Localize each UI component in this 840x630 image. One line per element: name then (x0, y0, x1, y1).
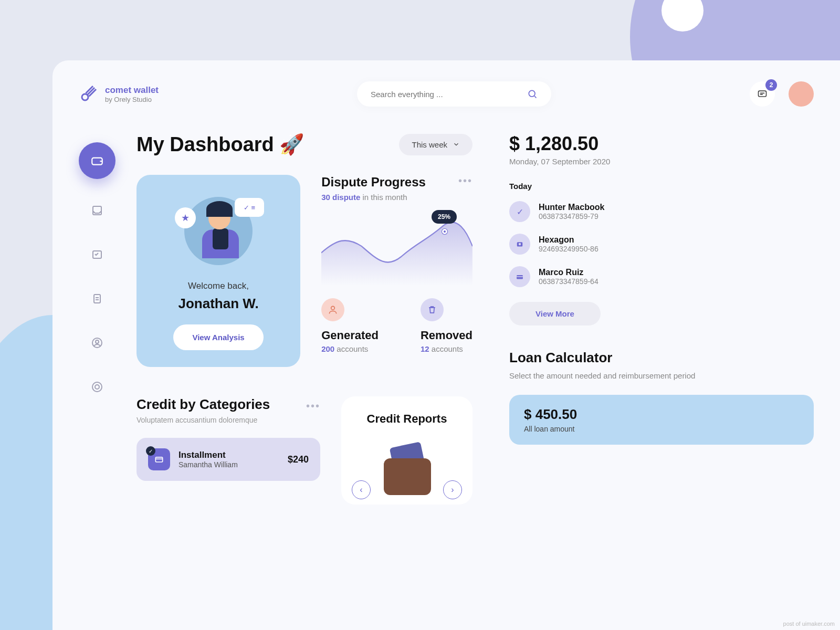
balance-date: Monday, 07 September 2020 (509, 157, 814, 166)
sidebar-item-settings[interactable] (85, 374, 110, 400)
check-card-icon: ✓ (509, 201, 530, 222)
watermark: post of uimaker.com (783, 621, 835, 627)
categories-title: Credit by Categories (136, 396, 270, 413)
user-icon (91, 337, 103, 349)
view-analysis-button[interactable]: View Analysis (173, 324, 263, 350)
user-illustration: ★ ✓ ≡ (179, 192, 258, 270)
svg-rect-2 (758, 91, 766, 97)
card-icon: ✓ (148, 448, 170, 470)
sidebar-item-profile[interactable] (85, 330, 110, 355)
svg-point-8 (92, 382, 102, 392)
loan-amount: $ 450.50 (524, 406, 799, 423)
sidebar-item-inbox[interactable] (85, 198, 110, 223)
camera-icon (509, 234, 530, 255)
svg-point-1 (529, 90, 535, 97)
svg-rect-5 (94, 295, 100, 303)
welcome-card: ★ ✓ ≡ Welcome back, Jonathan W. View Ana… (136, 175, 300, 367)
prev-button[interactable]: ‹ (352, 480, 371, 499)
wallet-illustration (365, 436, 449, 494)
welcome-greeting: Welcome back, (152, 281, 285, 291)
transaction-item[interactable]: Marco Ruiz063873347859-64 (509, 266, 814, 287)
category-amount: $240 (288, 454, 309, 465)
brand-name: comet wallet (105, 85, 159, 96)
lifebuoy-icon (91, 381, 103, 393)
sidebar-item-wallet[interactable] (79, 142, 116, 179)
notification-count: 2 (765, 79, 777, 91)
wallet-icon (90, 154, 104, 167)
trash-icon (421, 298, 444, 321)
category-item[interactable]: ✓ Installment Samantha William $240 (136, 438, 320, 481)
stat-generated: Generated 200 accounts (321, 298, 379, 353)
chart-peak-label: 25% (432, 210, 457, 224)
svg-point-7 (96, 340, 99, 343)
card-icon (509, 266, 530, 287)
loan-subtitle: Select the amount needed and reimburseme… (509, 370, 814, 382)
page-title: My Dashboard 🚀 (136, 133, 304, 156)
svg-point-10 (331, 306, 335, 310)
transaction-item[interactable]: ✓ Hunter Macbook063873347859-79 (509, 201, 814, 222)
credit-reports-card: Credit Reports ‹ › (341, 396, 472, 505)
user-icon (321, 298, 344, 321)
more-menu[interactable]: ••• (458, 175, 472, 187)
loan-title: Loan Calculator (509, 350, 814, 366)
categories-subtitle: Voluptatem accusantium doloremque (136, 416, 320, 424)
next-button[interactable]: › (443, 480, 462, 499)
today-label: Today (509, 182, 814, 191)
dispute-subtitle: 30 dispute in this month (321, 193, 472, 202)
loan-amount-card[interactable]: $ 450.50 All loan amount (509, 395, 814, 445)
clipboard-icon (91, 292, 103, 305)
check-bubble-icon: ✓ ≡ (235, 198, 264, 217)
brand-byline: by Orely Studio (105, 96, 159, 103)
search-icon (527, 89, 538, 99)
star-icon: ★ (175, 207, 196, 228)
svg-rect-11 (155, 457, 162, 462)
transaction-item[interactable]: Hexagon924693249950-86 (509, 234, 814, 255)
balance-amount: $ 1,280.50 (509, 133, 814, 155)
dispute-title: Dispute Progress (321, 175, 426, 190)
credit-reports-title: Credit Reports (357, 412, 457, 426)
svg-point-13 (519, 243, 521, 246)
sidebar (79, 133, 116, 505)
loan-label: All loan amount (524, 425, 799, 433)
svg-point-0 (82, 94, 88, 100)
sidebar-item-clipboard[interactable] (85, 286, 110, 311)
inbox-icon (91, 204, 103, 217)
search-input[interactable] (371, 90, 518, 99)
message-icon (757, 89, 768, 99)
messages-button[interactable]: 2 (750, 81, 775, 107)
category-person: Samantha William (178, 460, 279, 469)
category-name: Installment (178, 450, 279, 460)
stat-removed: Removed 12 accounts (421, 298, 472, 353)
svg-point-9 (95, 385, 99, 389)
period-selector[interactable]: This week (399, 134, 472, 155)
comet-icon (79, 85, 98, 103)
brand-logo[interactable]: comet wallet by Orely Studio (79, 85, 159, 103)
dispute-chart: 25% (321, 207, 472, 286)
view-more-button[interactable]: View More (509, 302, 601, 326)
user-avatar[interactable] (789, 81, 814, 107)
chart-peak-dot (442, 229, 447, 234)
welcome-name: Jonathan W. (152, 296, 285, 312)
dispute-progress-card: Dispute Progress ••• 30 dispute in this … (321, 175, 472, 367)
svg-rect-15 (517, 276, 523, 277)
checklist-icon (91, 248, 103, 261)
chevron-down-icon (453, 141, 460, 148)
sidebar-item-tasks[interactable] (85, 242, 110, 267)
check-icon: ✓ (146, 446, 155, 456)
categories-menu[interactable]: ••• (306, 400, 320, 412)
search-bar[interactable] (357, 81, 551, 107)
